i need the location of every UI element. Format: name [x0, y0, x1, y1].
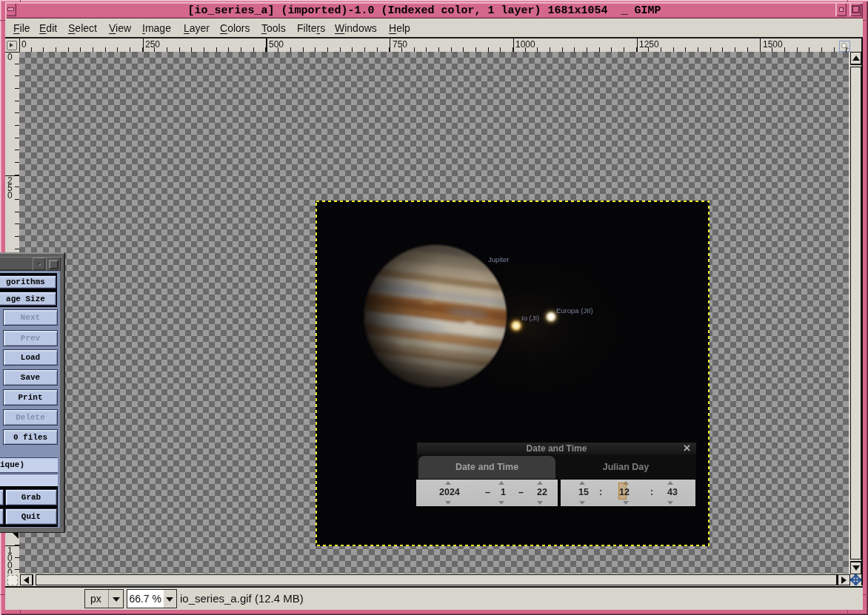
svg-text:Io (JI): Io (JI)	[521, 314, 539, 322]
svg-text:Europa (JII): Europa (JII)	[556, 306, 593, 315]
svg-text:Jupiter: Jupiter	[488, 255, 510, 263]
